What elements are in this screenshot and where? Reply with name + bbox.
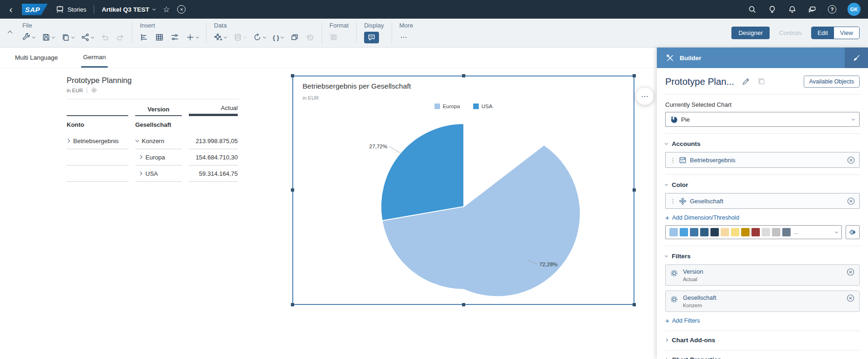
divider xyxy=(665,133,860,134)
filter-token-version[interactable]: Version Actual xyxy=(665,264,860,286)
tab-multi-language[interactable]: Multi Language xyxy=(13,48,60,68)
collapse-chevron-icon[interactable] xyxy=(135,138,139,142)
view-toggle[interactable]: View xyxy=(834,27,859,39)
chart-type-select[interactable]: Pie xyxy=(665,112,860,127)
expand-chevron-icon[interactable] xyxy=(138,155,142,159)
remove-icon[interactable] xyxy=(847,156,855,164)
format-button[interactable] xyxy=(330,33,338,41)
designer-button[interactable]: Designer xyxy=(731,27,770,39)
pie-chart-type-icon xyxy=(670,116,677,123)
database-icon xyxy=(234,33,242,41)
expand-chevron-icon[interactable] xyxy=(138,172,142,175)
group-label: File xyxy=(22,22,124,29)
tab-german[interactable]: German xyxy=(81,48,108,68)
search-icon[interactable] xyxy=(748,5,757,14)
history-button[interactable] xyxy=(306,33,314,41)
table-row-account[interactable]: Betriebsergebnis xyxy=(67,133,128,149)
back-icon[interactable]: ‹ xyxy=(7,5,14,14)
insert-chart-button[interactable] xyxy=(140,33,148,41)
favorite-star-icon[interactable]: ☆ xyxy=(163,6,170,14)
builder-tools-icon xyxy=(666,54,674,62)
table-widget[interactable]: Prototype Planning in EUR Version Actual… xyxy=(67,76,239,182)
remove-icon[interactable] xyxy=(847,294,854,302)
reverse-palette-button[interactable] xyxy=(846,225,860,239)
edit-view-toggle: Edit View xyxy=(811,27,860,39)
lightbulb-icon[interactable] xyxy=(768,5,777,14)
builder-panel: Builder Prototype Plan... Available Obje… xyxy=(657,48,868,359)
more-button[interactable] xyxy=(400,33,408,41)
comments-button-active[interactable] xyxy=(364,32,379,43)
filter-token-gesellschaft[interactable]: Gesellschaft Konzern xyxy=(665,290,860,312)
drag-handle[interactable]: ⋮ xyxy=(670,198,676,205)
remove-icon[interactable] xyxy=(847,197,855,205)
add-data-button[interactable] xyxy=(214,33,227,41)
insert-more-button[interactable] xyxy=(186,33,199,41)
model-settings-icon[interactable] xyxy=(91,87,97,93)
help-icon[interactable]: ? xyxy=(828,5,836,14)
story-title-menu[interactable]: Artikel Q3 TEST xyxy=(102,6,155,13)
expand-chevron-icon[interactable] xyxy=(66,139,70,143)
discussion-chat-icon[interactable] xyxy=(808,5,817,14)
add-filters-link[interactable]: + Add Filters xyxy=(665,317,860,324)
color-dimension-token[interactable]: ⋮ Gesellschaft xyxy=(665,193,860,209)
version-header[interactable]: Version xyxy=(135,103,182,116)
duplicate-button[interactable] xyxy=(62,33,74,41)
selected-chart-label: Currently Selected Chart xyxy=(665,101,860,108)
pie-chart-widget-selected[interactable]: Betriebsergebnis per Gesellschaft in EUR… xyxy=(292,76,634,305)
undo-button[interactable] xyxy=(101,33,109,41)
color-section-header[interactable]: Color xyxy=(665,181,860,188)
divider xyxy=(94,5,94,14)
column-header-konto[interactable]: Konto xyxy=(67,116,128,133)
app-switcher-stories[interactable]: Stories xyxy=(55,5,86,14)
cell-text: USA xyxy=(145,170,158,177)
collapse-toolbar-button[interactable] xyxy=(3,19,17,47)
share-button[interactable] xyxy=(81,33,94,41)
version-member-actual[interactable]: Actual xyxy=(189,103,238,116)
divider xyxy=(665,174,860,175)
column-header-empty xyxy=(189,116,238,133)
avatar[interactable]: GK xyxy=(847,3,861,16)
widget-context-menu-button[interactable]: ⋯ xyxy=(635,87,654,105)
drag-handle[interactable]: ⋮ xyxy=(670,157,676,164)
add-data-icon xyxy=(214,33,222,41)
redo-icon xyxy=(116,33,124,41)
formulas-button[interactable]: { } xyxy=(273,34,283,41)
redo-button[interactable] xyxy=(116,33,124,41)
table-cell-value[interactable]: 59.314.164,75 xyxy=(189,166,238,182)
add-dimension-threshold-link[interactable]: + Add Dimension/Threshold xyxy=(665,214,860,221)
plus-icon: + xyxy=(665,214,669,221)
table-cell-value[interactable]: 154.684.710,30 xyxy=(189,149,238,166)
table-row-entity[interactable]: USA xyxy=(135,166,182,182)
plus-icon xyxy=(186,33,194,41)
story-title: Artikel Q3 TEST xyxy=(102,6,149,13)
chart-addons-section[interactable]: Chart Add-ons xyxy=(665,337,860,344)
filters-section-header[interactable]: Filters xyxy=(665,253,860,260)
available-objects-button[interactable]: Available Objects xyxy=(804,76,860,88)
remove-icon[interactable] xyxy=(847,268,854,276)
styling-panel-toggle[interactable] xyxy=(845,48,868,68)
copy-widget-button[interactable] xyxy=(290,33,299,41)
notifications-bell-icon[interactable] xyxy=(788,5,797,14)
insert-input-control-button[interactable] xyxy=(171,33,179,41)
color-palette-select[interactable]: ... xyxy=(665,225,842,239)
palette-swatch xyxy=(782,228,791,236)
close-story-icon[interactable]: × xyxy=(177,5,186,14)
dataset-button[interactable] xyxy=(234,33,246,41)
edit-prompts-icon[interactable] xyxy=(742,77,750,86)
accounts-token[interactable]: ⋮ Betriebsergebnis xyxy=(665,152,860,168)
pie-slice-usa[interactable] xyxy=(381,124,464,221)
insert-table-button[interactable] xyxy=(155,33,164,41)
column-header-gesellschaft[interactable]: Gesellschaft xyxy=(135,116,182,133)
accounts-section-header[interactable]: Accounts xyxy=(665,140,860,147)
edit-tools-button[interactable] xyxy=(22,33,35,41)
chart-properties-section[interactable]: Chart Properties xyxy=(665,356,860,359)
table-row-entity[interactable]: Konzern xyxy=(135,133,182,149)
table-row-entity[interactable]: Europa xyxy=(135,149,182,166)
refresh-button[interactable] xyxy=(253,33,266,41)
table-cell-value[interactable]: 213.998.875,05 xyxy=(189,133,238,149)
overlap-windows-icon xyxy=(290,33,299,41)
edit-toggle[interactable]: Edit xyxy=(812,27,834,39)
save-button[interactable] xyxy=(42,33,55,41)
builder-header: Builder xyxy=(657,48,868,68)
divider xyxy=(665,94,860,95)
